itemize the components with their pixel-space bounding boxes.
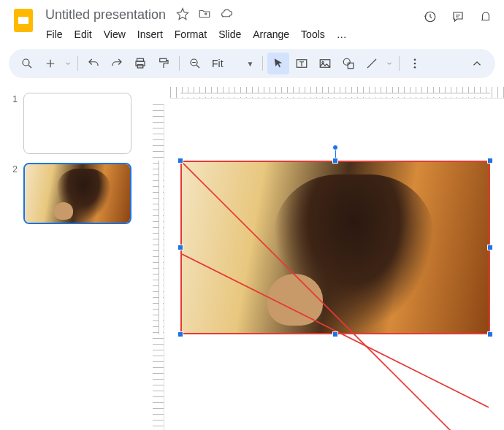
svg-line-14 — [182, 162, 489, 430]
line-dropdown[interactable] — [384, 53, 394, 74]
separator — [262, 56, 263, 71]
more-tools-button[interactable] — [404, 53, 426, 74]
shape-tool[interactable] — [337, 53, 359, 74]
slides-logo[interactable] — [9, 6, 38, 35]
svg-line-15 — [182, 254, 489, 407]
zoom-button[interactable] — [184, 53, 206, 74]
rotation-handle[interactable] — [332, 145, 338, 150]
history-icon[interactable] — [424, 10, 437, 26]
notifications-icon[interactable] — [479, 10, 489, 26]
resize-handle-tr[interactable] — [487, 158, 493, 164]
zoom-select[interactable]: Fit ▼ — [207, 58, 258, 69]
svg-rect-10 — [348, 63, 354, 69]
comments-icon[interactable] — [451, 10, 465, 26]
menu-tools[interactable]: Tools — [296, 26, 330, 43]
app-header: Untitled presentation File Edit View Ins… — [0, 0, 504, 43]
undo-button[interactable] — [83, 53, 104, 74]
toolbar-container: Fit ▼ — [0, 43, 504, 84]
print-button[interactable] — [129, 53, 151, 74]
menu-view[interactable]: View — [99, 26, 131, 43]
resize-handle-tm[interactable] — [332, 158, 338, 164]
resize-handle-bl[interactable] — [177, 331, 183, 337]
slide-thumb-1[interactable]: 1 — [6, 93, 144, 154]
star-icon[interactable] — [176, 7, 189, 23]
select-tool[interactable] — [267, 53, 289, 74]
menu-format[interactable]: Format — [169, 26, 212, 43]
separator — [179, 56, 180, 71]
menu-file[interactable]: File — [41, 26, 68, 43]
resize-handle-br[interactable] — [487, 331, 493, 337]
document-title[interactable]: Untitled presentation — [41, 6, 170, 24]
separator — [399, 56, 400, 71]
new-slide-dropdown[interactable] — [63, 53, 73, 74]
line-tool[interactable] — [361, 53, 383, 74]
chevron-down-icon: ▼ — [247, 60, 254, 68]
resize-handle-tl[interactable] — [177, 158, 183, 164]
main-area: 1 2 — [0, 84, 504, 430]
slide-panel[interactable]: 1 2 — [0, 84, 150, 430]
svg-point-11 — [414, 58, 416, 61]
redo-button[interactable] — [106, 53, 128, 74]
thumb-preview[interactable] — [23, 93, 131, 154]
svg-rect-3 — [137, 65, 143, 69]
menu-insert[interactable]: Insert — [132, 26, 168, 43]
search-icon[interactable] — [16, 53, 38, 74]
title-area: Untitled presentation File Edit View Ins… — [41, 6, 424, 43]
resize-handle-mr[interactable] — [487, 245, 493, 250]
selected-image-object[interactable] — [180, 161, 490, 334]
zoom-label: Fit — [212, 58, 224, 69]
canvas-area[interactable] — [150, 84, 504, 430]
menu-slide[interactable]: Slide — [213, 26, 246, 43]
slide-number: 1 — [6, 93, 18, 154]
menu-more[interactable]: … — [332, 26, 352, 43]
slide-thumb-2[interactable]: 2 — [6, 163, 144, 224]
svg-point-12 — [414, 63, 416, 65]
resize-handle-ml[interactable] — [177, 245, 183, 250]
svg-point-9 — [344, 58, 351, 65]
menu-edit[interactable]: Edit — [69, 26, 97, 43]
toolbar: Fit ▼ — [9, 49, 495, 78]
new-slide-button[interactable] — [39, 53, 61, 74]
separator — [77, 56, 78, 71]
collapse-toolbar-button[interactable] — [466, 53, 488, 74]
thumb-image — [25, 164, 130, 223]
horizontal-ruler[interactable] — [170, 87, 504, 99]
image-tool[interactable] — [314, 53, 336, 74]
slide-number: 2 — [6, 163, 18, 224]
svg-rect-4 — [160, 58, 167, 62]
text-box-tool[interactable] — [291, 53, 313, 74]
svg-point-0 — [23, 59, 29, 66]
resize-handle-bm[interactable] — [332, 331, 338, 337]
vertical-ruler[interactable] — [153, 104, 164, 430]
cloud-status-icon[interactable] — [220, 7, 233, 23]
menu-arrange[interactable]: Arrange — [248, 26, 294, 43]
slides-logo-icon — [14, 9, 33, 32]
selection-outline — [180, 161, 490, 334]
menu-bar: File Edit View Insert Format Slide Arran… — [41, 26, 424, 43]
svg-point-13 — [414, 66, 416, 69]
thumb-preview[interactable] — [23, 163, 131, 224]
paint-format-button[interactable] — [153, 53, 175, 74]
folder-move-icon[interactable] — [198, 7, 211, 23]
